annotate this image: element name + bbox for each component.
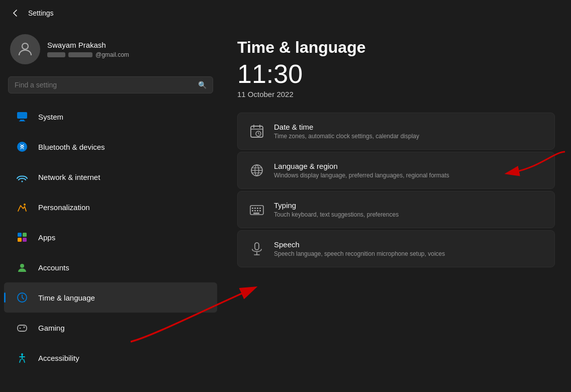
sidebar-item-accessibility[interactable]: Accessibility [4, 343, 217, 373]
card-language-desc: Windows display language, preferred lang… [274, 172, 449, 179]
svg-rect-2 [20, 120, 24, 121]
sidebar-item-system[interactable]: System [4, 102, 217, 132]
speech-icon [248, 240, 266, 258]
svg-point-5 [22, 181, 23, 182]
page-time: 11:30 [237, 61, 555, 87]
title-bar: Settings [0, 0, 571, 26]
sidebar: Swayam Prakash @gmail.com 🔍 [0, 26, 221, 392]
user-email-suffix: @gmail.com [96, 51, 129, 58]
bluetooth-icon [14, 139, 30, 155]
sidebar-item-network[interactable]: Network & internet [4, 162, 217, 192]
user-profile[interactable]: Swayam Prakash @gmail.com [0, 26, 221, 74]
card-speech[interactable]: Speech Speech language, speech recogniti… [237, 230, 555, 267]
page-date: 11 October 2022 [237, 90, 555, 99]
card-typing-desc: Touch keyboard, text suggestions, prefer… [274, 211, 399, 218]
svg-rect-37 [257, 210, 258, 212]
svg-point-6 [24, 204, 26, 206]
svg-point-11 [20, 264, 24, 268]
sidebar-label-time-language: Time & language [38, 293, 95, 302]
svg-rect-40 [255, 243, 259, 250]
card-date-time-desc: Time zones, automatic clock settings, ca… [274, 133, 419, 140]
search-input[interactable] [15, 81, 194, 89]
language-icon [248, 161, 266, 179]
content-area: Time & language 11:30 11 October 2022 Da… [221, 26, 571, 392]
svg-rect-38 [259, 210, 261, 212]
sidebar-label-bluetooth: Bluetooth & devices [38, 143, 105, 151]
gaming-icon [14, 320, 30, 336]
svg-rect-31 [252, 208, 253, 209]
card-speech-text: Speech Speech language, speech recogniti… [274, 240, 445, 257]
sidebar-item-personalization[interactable]: Personalization [4, 192, 217, 222]
card-typing[interactable]: Typing Touch keyboard, text suggestions,… [237, 191, 555, 228]
user-name: Swayam Prakash [47, 41, 129, 49]
svg-rect-35 [252, 210, 253, 212]
card-speech-desc: Speech language, speech recognition micr… [274, 250, 445, 257]
sidebar-item-bluetooth[interactable]: Bluetooth & devices [4, 132, 217, 162]
sidebar-item-accounts[interactable]: Accounts [4, 252, 217, 282]
sidebar-label-gaming: Gaming [38, 324, 65, 332]
card-language-title: Language & region [274, 162, 449, 170]
svg-rect-1 [17, 112, 27, 119]
svg-rect-3 [19, 121, 25, 122]
svg-rect-9 [18, 238, 22, 242]
accessibility-icon [14, 350, 30, 366]
user-email-row: @gmail.com [47, 51, 129, 58]
svg-rect-13 [18, 325, 27, 331]
user-info: Swayam Prakash @gmail.com [47, 41, 129, 58]
apps-icon [14, 229, 30, 245]
sidebar-nav: System Bluetooth & devices [0, 102, 221, 373]
date-time-icon [248, 122, 266, 140]
sidebar-label-network: Network & internet [38, 173, 100, 181]
avatar [10, 34, 40, 64]
svg-point-4 [17, 142, 27, 152]
card-language-text: Language & region Windows display langua… [274, 162, 449, 179]
sidebar-label-apps: Apps [38, 233, 55, 242]
sidebar-item-gaming[interactable]: Gaming [4, 313, 217, 343]
red-arrow-sidebar [221, 271, 261, 352]
svg-rect-39 [253, 213, 259, 214]
card-date-time-text: Date & time Time zones, automatic clock … [274, 123, 419, 140]
time-language-icon [14, 289, 30, 306]
sidebar-label-system: System [38, 113, 63, 121]
sidebar-label-accounts: Accounts [38, 263, 69, 272]
page-title: Time & language [237, 38, 555, 57]
sidebar-item-apps[interactable]: Apps [4, 222, 217, 252]
svg-rect-10 [23, 238, 27, 242]
email-bar-1 [47, 52, 65, 57]
svg-rect-34 [259, 208, 261, 209]
svg-point-0 [22, 43, 28, 49]
search-box[interactable]: 🔍 [8, 76, 213, 93]
card-speech-title: Speech [274, 240, 445, 249]
svg-rect-33 [257, 208, 258, 209]
search-icon: 🔍 [198, 81, 207, 89]
svg-rect-32 [254, 208, 256, 209]
email-bar-2 [68, 52, 92, 57]
svg-rect-7 [18, 233, 22, 237]
typing-icon [248, 201, 266, 219]
personalization-icon [14, 199, 30, 215]
system-icon [14, 109, 30, 125]
card-date-time[interactable]: Date & time Time zones, automatic clock … [237, 113, 555, 150]
back-button[interactable] [8, 6, 22, 20]
card-typing-title: Typing [274, 201, 399, 210]
svg-rect-36 [254, 210, 256, 212]
app-title: Settings [28, 9, 54, 17]
card-typing-text: Typing Touch keyboard, text suggestions,… [274, 201, 399, 218]
sidebar-item-time-language[interactable]: Time & language [4, 282, 217, 313]
accounts-icon [14, 259, 30, 275]
sidebar-label-personalization: Personalization [38, 203, 90, 212]
network-icon [14, 169, 30, 185]
card-date-time-title: Date & time [274, 123, 419, 131]
svg-point-16 [20, 328, 21, 329]
card-language-wrapper: Language & region Windows display langua… [237, 152, 555, 189]
svg-rect-8 [23, 233, 27, 237]
main-layout: Swayam Prakash @gmail.com 🔍 [0, 26, 571, 392]
card-language-region[interactable]: Language & region Windows display langua… [237, 152, 555, 189]
sidebar-label-accessibility: Accessibility [38, 354, 79, 362]
